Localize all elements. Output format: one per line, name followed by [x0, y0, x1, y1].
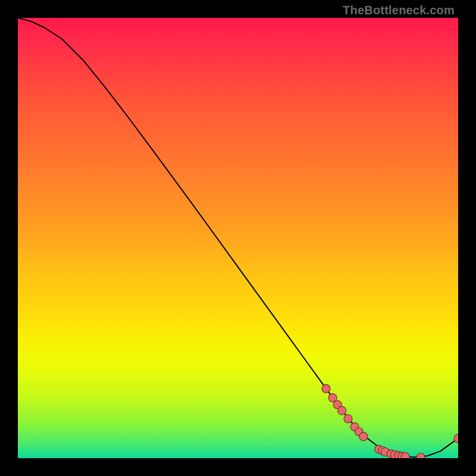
chart-canvas: TheBottleneck.com — [0, 0, 476, 476]
data-point — [359, 433, 368, 441]
data-point — [338, 406, 346, 415]
bottleneck-curve — [18, 18, 458, 458]
plot-area — [18, 18, 458, 458]
attribution-watermark: TheBottleneck.com — [343, 4, 455, 17]
chart-overlay-svg — [18, 18, 458, 458]
marker-points — [322, 384, 458, 458]
data-point — [416, 453, 425, 458]
data-point — [322, 384, 330, 393]
data-point — [401, 452, 409, 458]
curve-line — [18, 18, 458, 458]
data-point — [344, 415, 352, 423]
